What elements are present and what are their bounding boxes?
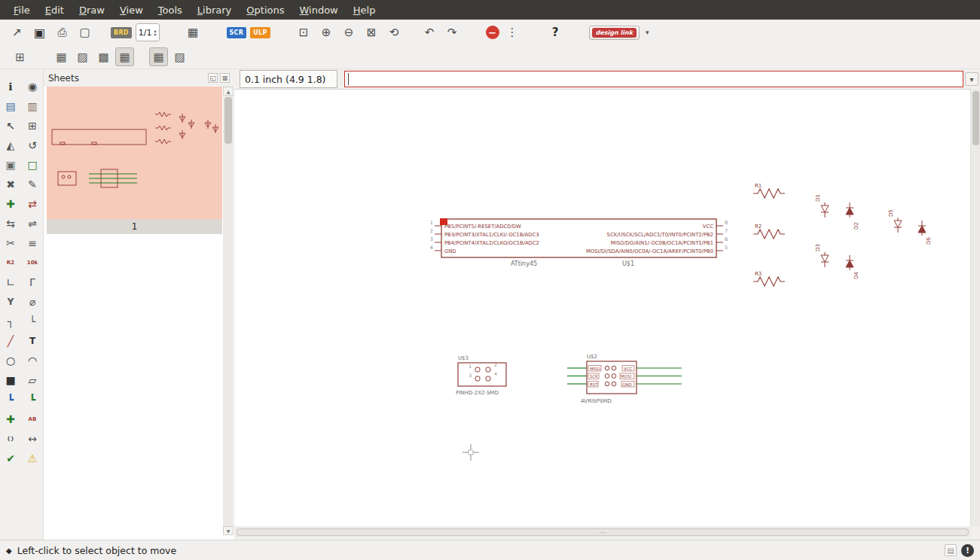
component-d4[interactable]: D4 xyxy=(846,255,859,279)
erc-icon[interactable]: ✔ xyxy=(1,449,20,467)
invoke-icon[interactable]: ≡ xyxy=(23,233,42,252)
delete-icon[interactable]: ✖ xyxy=(1,175,20,193)
sheet-1-label[interactable]: 1 xyxy=(47,219,222,234)
sheets-scrollbar-thumb[interactable] xyxy=(224,97,232,144)
save-icon[interactable]: ▣ xyxy=(30,23,49,42)
sheet-selector[interactable]: 1/1 ▴ ▾ xyxy=(136,23,160,41)
display-layers-icon[interactable]: ▤ xyxy=(1,96,20,115)
junction-icon[interactable]: ✚ xyxy=(1,409,20,428)
component-d1[interactable]: D1 xyxy=(815,194,829,218)
component-r1[interactable]: R1 xyxy=(753,183,785,198)
dimension-icon[interactable]: ↔ xyxy=(23,429,42,448)
cam-processor-icon[interactable]: ▢ xyxy=(75,23,94,42)
component-d2[interactable]: D2 xyxy=(846,202,859,230)
open-icon[interactable]: ↗ xyxy=(8,23,26,42)
component-r2[interactable]: R2 xyxy=(753,224,785,239)
change-icon[interactable]: ✎ xyxy=(23,175,42,193)
attribute-icon[interactable]: {} xyxy=(1,429,20,448)
component-d6[interactable]: D6 xyxy=(918,221,932,245)
component-d3[interactable]: D3 xyxy=(815,244,829,267)
add-part-icon[interactable]: ✚ xyxy=(1,194,20,213)
value-icon[interactable]: 10k xyxy=(23,253,42,272)
help-icon[interactable]: ? xyxy=(546,23,565,42)
scroll-up-icon[interactable]: ▲ xyxy=(223,87,234,96)
command-input[interactable] xyxy=(344,71,963,87)
wire-bend-alt-icon[interactable]: └ xyxy=(23,312,42,330)
print-icon[interactable]: ⎙ xyxy=(53,23,72,42)
miter-icon[interactable]: ∟ xyxy=(1,272,20,291)
mirror-icon[interactable]: ◭ xyxy=(1,135,20,154)
errors-icon[interactable]: ⚠ xyxy=(23,449,42,467)
menu-library[interactable]: Library xyxy=(190,2,239,19)
zoom-fit-icon[interactable]: ⊡ xyxy=(295,23,313,42)
pinswap-icon[interactable]: ⇆ xyxy=(1,214,20,233)
display-preset-2[interactable]: ▨ xyxy=(73,47,92,66)
grid-settings-icon[interactable]: ⊞ xyxy=(11,47,29,66)
rect-icon[interactable]: ■ xyxy=(1,370,20,389)
ulp-button[interactable]: ULP xyxy=(250,27,270,38)
display-preset-4[interactable]: ▦ xyxy=(115,47,134,66)
canvas-vertical-scrollbar[interactable] xyxy=(970,89,980,526)
net-icon[interactable]: ┗ xyxy=(23,390,42,409)
display-preset-3[interactable]: ▩ xyxy=(94,47,113,66)
zoom-redraw-icon[interactable]: ⟲ xyxy=(385,23,404,42)
menu-edit[interactable]: Edit xyxy=(38,2,72,19)
menu-options[interactable]: Options xyxy=(239,2,292,19)
bus-icon[interactable]: ┗ xyxy=(1,390,20,409)
text-icon[interactable]: T xyxy=(23,331,42,350)
component-u3-pinhd[interactable]: 1 2 3 4 U$3 PINHD-2X2-SMD xyxy=(456,355,506,396)
design-link-dropdown-icon[interactable]: ▾ xyxy=(643,29,652,36)
alert-icon[interactable]: ! xyxy=(961,544,974,557)
go-icon[interactable]: ⋮ xyxy=(503,23,522,42)
menu-file[interactable]: File xyxy=(6,2,38,19)
script-button[interactable]: SCR xyxy=(227,27,247,38)
component-u2-avrisp[interactable]: MISO SCK RST VCC MOSI GND U$2 AVRISPSMD xyxy=(567,354,682,404)
open-board-button[interactable]: BRD xyxy=(111,27,132,38)
vertical-scrollbar-thumb[interactable] xyxy=(972,91,979,145)
menu-draw[interactable]: Draw xyxy=(72,2,112,19)
group-icon[interactable]: ⊞ xyxy=(23,116,42,135)
label-icon[interactable]: AB xyxy=(23,409,42,428)
split-icon[interactable]: Y xyxy=(1,292,20,311)
component-u1-attiny45[interactable]: 1 2 3 4 8 7 6 5 PB5/PCINT5/-RESET/ADC0/D… xyxy=(430,218,728,267)
display-preset-1[interactable]: ▦ xyxy=(52,47,71,66)
component-d5[interactable]: D5 xyxy=(888,209,902,233)
stop-icon[interactable]: − xyxy=(486,26,499,39)
canvas-horizontal-scrollbar[interactable]: ⋯ xyxy=(235,527,970,537)
zoom-out-icon[interactable]: ⊖ xyxy=(340,23,359,42)
panel-close-icon[interactable]: ⊠ xyxy=(220,73,230,83)
scroll-down-icon[interactable]: ▼ xyxy=(223,526,234,535)
move-icon[interactable]: ↖ xyxy=(1,116,20,135)
info-icon[interactable]: ℹ xyxy=(1,77,20,96)
polygon-icon[interactable]: ▱ xyxy=(23,370,42,389)
show-icon[interactable]: ◉ xyxy=(23,77,42,96)
display-preset-5[interactable]: ▦ xyxy=(149,47,168,66)
grid-icon[interactable]: ▦ xyxy=(184,23,203,42)
zoom-select-icon[interactable]: ⊠ xyxy=(362,23,381,42)
unmiter-icon[interactable]: Γ xyxy=(23,272,42,291)
menu-tools[interactable]: Tools xyxy=(151,2,190,19)
rotate-icon[interactable]: ↺ xyxy=(23,135,42,154)
copy-icon[interactable]: ▣ xyxy=(1,155,20,174)
arc-icon[interactable]: ◠ xyxy=(23,351,42,370)
menu-help[interactable]: Help xyxy=(346,2,383,19)
spin-down-icon[interactable]: ▾ xyxy=(154,32,157,36)
replace-icon[interactable]: ⇄ xyxy=(23,194,42,213)
circle-icon[interactable]: ○ xyxy=(1,351,20,370)
redo-icon[interactable]: ↷ xyxy=(443,23,462,42)
gateswap-icon[interactable]: ⇌ xyxy=(23,214,42,233)
cut-icon[interactable]: ✂ xyxy=(1,233,20,252)
wire-bend-icon[interactable]: ┐ xyxy=(1,312,20,330)
wire-icon[interactable]: ╱ xyxy=(1,331,20,350)
paste-icon[interactable]: □ xyxy=(23,155,42,174)
horizontal-scrollbar-thumb[interactable]: ⋯ xyxy=(237,528,969,536)
display-preset-6[interactable]: ▨ xyxy=(170,47,189,66)
zoom-in-icon[interactable]: ⊕ xyxy=(317,23,336,42)
layer-settings-icon[interactable]: ▥ xyxy=(23,96,42,115)
sheets-scrollbar[interactable]: ▲ ▼ xyxy=(223,87,234,535)
component-r3[interactable]: R3 xyxy=(753,271,785,286)
menu-window[interactable]: Window xyxy=(292,2,345,19)
undo-icon[interactable]: ↶ xyxy=(420,23,439,42)
dock-icon[interactable]: ▤ xyxy=(945,544,957,556)
optimize-icon[interactable]: ⌀ xyxy=(23,292,42,311)
